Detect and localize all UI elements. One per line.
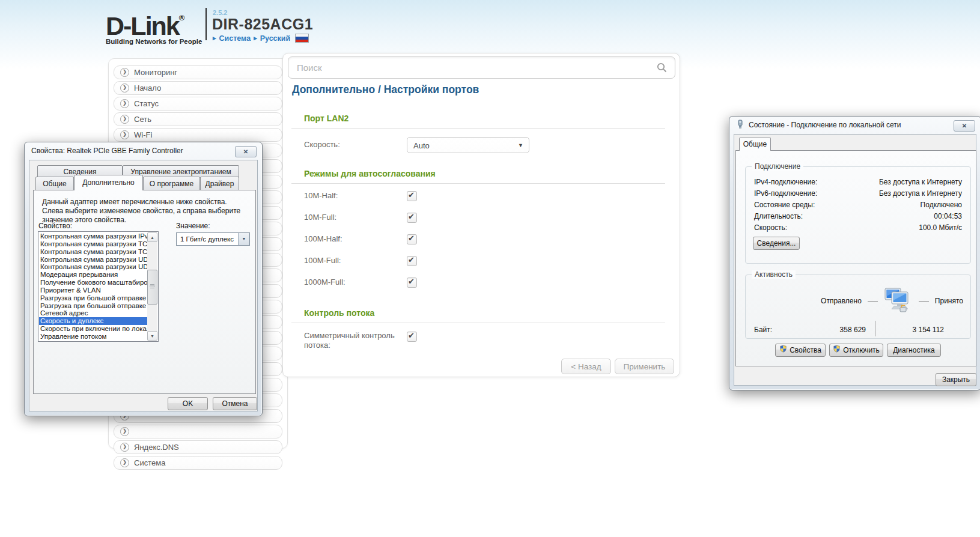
sidebar-item-covered[interactable]: ❯ [114, 425, 282, 438]
mode-label: 10M-Full: [304, 213, 400, 222]
property-item[interactable]: Контрольная сумма разгрузки TCP [39, 248, 147, 256]
sidebar-item-label: Сеть [134, 115, 151, 124]
ipv6-label: IPv6-подключение: [754, 189, 817, 198]
property-item[interactable]: Контрольная сумма разгрузки TCP [39, 240, 147, 248]
sidebar-item-мониторинг[interactable]: ❯Мониторинг [114, 65, 282, 79]
tab-driver[interactable]: Драйвер [200, 177, 239, 190]
flow-line [919, 301, 929, 302]
flow-checkbox[interactable] [407, 332, 417, 342]
ok-button[interactable]: OK [168, 397, 208, 410]
computers-icon [884, 288, 913, 315]
close-button[interactable]: Закрыть [936, 373, 976, 386]
speed-status-value: 100.0 Мбит/с [919, 223, 962, 232]
property-item[interactable]: Приоритет & VLAN [39, 287, 147, 294]
property-item[interactable]: Разгрузка при большой отправке v2 [39, 294, 147, 302]
section-title-port: Порт LAN2 [304, 114, 348, 123]
property-item[interactable]: Управление потоком [39, 333, 147, 341]
property-item[interactable]: Скорость при включении по локальн [39, 325, 147, 333]
chevron-circle-icon: ❯ [120, 427, 129, 436]
cancel-button[interactable]: Отмена [213, 397, 257, 410]
breadcrumb-arrow-icon [213, 34, 216, 42]
tab-advanced[interactable]: Дополнительно [74, 175, 143, 190]
connection-groupbox: Подключение IPv4-подключение:Без доступа… [745, 166, 971, 264]
sidebar-item-label: Мониторинг [134, 68, 177, 77]
ipv6-value: Без доступа к Интернету [879, 189, 962, 198]
breadcrumb-link-language[interactable]: Русский [260, 34, 291, 43]
mode-checkbox-100m-full[interactable] [407, 256, 417, 266]
tab-general-status[interactable]: Общие [739, 138, 771, 151]
sidebar-item-статус[interactable]: ❯Статус [114, 97, 282, 111]
property-listbox: Контрольная сумма разгрузки IPv4Контроль… [38, 231, 159, 342]
close-icon[interactable]: ✕ [235, 146, 257, 157]
chevron-down-icon[interactable]: ▼ [238, 233, 249, 245]
uac-shield-icon [833, 344, 841, 357]
status-dialog-titlebar[interactable]: Состояние - Подключение по локальной сет… [729, 117, 980, 133]
diagnose-button[interactable]: Диагностика [887, 344, 941, 357]
mode-checkbox-10m-full[interactable] [407, 213, 417, 223]
chevron-circle-icon: ❯ [120, 443, 129, 452]
advanced-tab-panel: Данный адаптер имеет перечисленные ниже … [33, 190, 256, 394]
mode-checkbox-100m-half[interactable] [407, 234, 417, 244]
registered-mark: ® [179, 13, 184, 22]
search-icon [656, 62, 668, 76]
speed-select[interactable]: Auto ▼ [407, 137, 529, 153]
details-button[interactable]: Сведения... [753, 237, 800, 250]
sidebar-item-система[interactable]: ❯Система [114, 456, 282, 470]
connection-group-title: Подключение [752, 162, 803, 171]
property-item[interactable]: Сетевой адрес [39, 309, 147, 317]
properties-button[interactable]: Свойства [775, 344, 826, 357]
sidebar-item-начало[interactable]: ❯Начало [114, 81, 282, 95]
flow-label: Симметричный контроль потока: [304, 331, 400, 350]
bytes-label: Байт: [754, 326, 772, 334]
tab-about[interactable]: О программе [143, 177, 200, 190]
section-rule [291, 323, 665, 323]
status-tab-panel: Подключение IPv4-подключение:Без доступа… [735, 150, 976, 366]
mode-checkbox-10m-half[interactable] [407, 191, 417, 201]
chevron-circle-icon: ❯ [120, 115, 129, 124]
sidebar-item-label: Система [134, 458, 165, 467]
sent-label: Отправлено [821, 297, 862, 305]
sidebar-item-сеть[interactable]: ❯Сеть [114, 112, 282, 126]
device-model: DIR-825ACG1 [212, 16, 313, 33]
value-column-label: Значение: [176, 222, 210, 230]
property-item[interactable]: Получение бокового масштабирован [39, 279, 147, 287]
property-item[interactable]: Контрольная сумма разгрузки IPv4 [39, 232, 147, 240]
back-button[interactable]: < Назад [561, 359, 611, 374]
ipv4-label: IPv4-подключение: [754, 178, 817, 186]
bytes-divider [875, 321, 875, 336]
status-dialog: Состояние - Подключение по локальной сет… [729, 116, 980, 390]
disable-button[interactable]: Отключить [829, 344, 883, 357]
main-panel: Дополнительно / Настройки портов Порт LA… [282, 53, 680, 377]
chevron-circle-icon: ❯ [120, 99, 129, 108]
tab-general[interactable]: Общие [35, 177, 74, 190]
section-title-autoneg: Режимы для автосогласования [304, 169, 436, 178]
breadcrumb-link-system[interactable]: Система [219, 34, 251, 43]
sidebar-item-яндекс.dns[interactable]: ❯Яндекс.DNS [114, 440, 282, 454]
scroll-up-icon[interactable]: ▲ [147, 232, 157, 242]
dlink-logo: D-Link® Building Networks for People [106, 5, 202, 45]
property-item[interactable]: Разгрузка при большой отправке v2 [39, 302, 147, 310]
property-item[interactable]: Контрольная сумма разгрузки UDP [39, 263, 147, 271]
speed-status-label: Скорость: [754, 223, 787, 232]
apply-button[interactable]: Применить [615, 359, 674, 374]
sidebar-item-wi-fi[interactable]: ❯Wi-Fi [114, 128, 282, 142]
value-combobox[interactable]: 1 Гбит/с дуплекс ▼ [176, 232, 250, 246]
activity-flow-row: Отправлено [746, 287, 963, 315]
adapter-description: Данный адаптер имеет перечисленные ниже … [42, 198, 244, 225]
property-item[interactable]: Скорость и дуплекс [39, 317, 147, 325]
property-item[interactable]: Модерация прерывания [39, 271, 147, 279]
mode-checkbox-1000m-full[interactable] [407, 278, 417, 288]
sidebar-item-label: Начало [134, 83, 161, 93]
scrollbar-thumb[interactable] [147, 270, 157, 305]
search-input[interactable] [288, 57, 675, 78]
close-icon[interactable]: ✕ [954, 120, 975, 132]
russian-flag-icon[interactable] [295, 34, 309, 43]
sidebar-item-label: Яндекс.DNS [134, 443, 179, 452]
property-item[interactable]: Контрольная сумма разгрузки UDP [39, 256, 147, 264]
diagnose-button-label: Диагностика [893, 344, 935, 357]
speed-select-value: Auto [413, 141, 430, 150]
properties-dialog-titlebar[interactable]: Свойства: Realtek PCIe GBE Family Contro… [25, 142, 262, 159]
properties-dialog: Свойства: Realtek PCIe GBE Family Contro… [24, 142, 263, 416]
scroll-down-icon[interactable]: ▼ [147, 331, 157, 341]
property-listbox-items: Контрольная сумма разгрузки IPv4Контроль… [39, 232, 147, 341]
